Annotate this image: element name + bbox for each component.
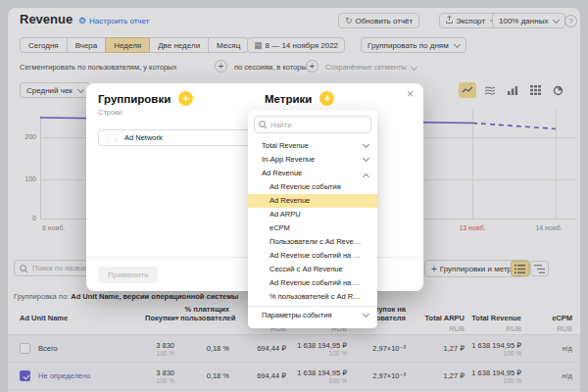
column-header-paying-share[interactable]: % платящих пользователей [180,305,235,333]
search-icon [20,265,28,273]
metrics-search-input[interactable] [270,117,368,132]
row-checkbox-checked[interactable] [20,370,30,381]
chevron-up-icon [363,173,369,180]
apply-button[interactable]: Применить [98,267,158,283]
metric-item-ecpm[interactable]: eCPM [248,221,377,235]
table-row-undefined: Не определено 3 830100 % 0,18 % 694,44 ₽… [8,362,580,389]
groupings-subtitle: Строки [98,108,122,117]
page-title: Revenue [20,12,73,26]
grouping-summary-value: Ad Unit Name, версии операционной систем… [71,292,238,301]
refresh-icon: ↻ [345,17,353,25]
list-divider [248,306,377,307]
group-by-days-button[interactable]: Группировать по дням [361,37,466,53]
chevron-down-icon [363,311,369,318]
chart-metric-selector[interactable]: Средний чек [20,82,90,98]
grouping-item-ad-network[interactable]: ⋮⋮ Ad Network [98,129,257,146]
metrics-title: Метрики [265,93,312,105]
screenshot-frame: Revenue ⚙ Настроить отчет ↻ Обновить отч… [0,0,588,392]
x-axis-tick-nov13-current: 13 нояб. [451,224,494,231]
metric-item-total-revenue[interactable]: Total Revenue [248,139,377,153]
metric-item-ad-revenue-events[interactable]: Ad Revenue события [248,180,377,194]
metrics-dropdown: Total Revenue In-App Revenue Ad Revenue … [248,110,377,328]
tab-today[interactable]: Сегодня [20,37,68,53]
column-header-ad-unit-name[interactable]: Ad Unit Name [8,314,145,333]
refresh-report-button[interactable]: ↻ Обновить отчёт [338,13,419,28]
period-tabs: Сегодня Вчера Неделя Две недели Месяц [20,37,249,53]
row-name: Всего [38,344,58,353]
add-metric-button[interactable]: + [319,91,334,106]
chevron-down-icon [363,141,369,148]
calendar-icon: ▦ [254,41,263,50]
row-checkbox[interactable] [20,343,30,354]
search-icon [259,121,268,129]
table-view-chart-icon[interactable] [526,82,544,98]
groupings-title: Группировки [98,93,171,105]
data-sampling-button[interactable]: 100% данных [492,13,565,28]
date-range-button[interactable]: ▦ 8 — 14 ноября 2022 [247,37,345,53]
grouping-summary: Группировка по: Ad Unit Name, версии опе… [14,292,238,301]
metric-item-ad-revenue-events-per-session[interactable]: Ad Revenue событий на сессию [248,276,377,290]
line-chart-icon[interactable] [459,82,476,98]
chevron-down-icon [411,64,417,71]
tab-yesterday[interactable]: Вчера [67,37,107,53]
stacked-area-chart-icon[interactable] [481,82,499,98]
column-header-total-revenue[interactable]: Total RevenueRUB [470,314,527,333]
close-icon[interactable]: × [407,88,414,100]
sort-desc-icon: ▾ [175,314,179,322]
table-row-total: Всего 3 830100 % 0,18 % 694,44 ₽ 1 638 1… [8,334,580,362]
metric-item-sessions-with-ad-revenue[interactable]: Сессий с Ad Revenue [248,263,377,276]
metric-item-inapp-revenue[interactable]: In-App Revenue [248,153,377,167]
y-axis-tick-200: 200 [15,133,36,140]
metric-line-forecast-dashed [472,123,556,129]
column-header-purchases[interactable]: Покупки▾ [145,314,180,333]
y-axis-tick-0: 0 [15,215,36,221]
export-icon [446,16,453,25]
metrics-search-field[interactable] [254,116,371,133]
column-header-total-arpu[interactable]: Total ARPURUB [412,314,470,333]
metric-item-ad-revenue-group[interactable]: Ad Revenue [248,167,377,180]
bar-chart-icon[interactable] [504,82,521,98]
x-axis-tick-nov8: 8 нояб. [42,224,65,231]
segment-users-label: Сегментировать по пользователям, у котор… [20,63,176,72]
help-icon[interactable]: ? [564,15,577,27]
add-grouping-button[interactable]: + [178,91,193,106]
plus-icon: + [431,262,437,276]
pie-chart-icon[interactable] [549,82,566,98]
metric-item-users-with-ad-revenue[interactable]: Пользователи с Ad Revenue [248,235,377,249]
metric-item-ad-arpu[interactable]: Ad ARPU [248,208,377,221]
segment-sessions-label: по сессиям, в которых [234,63,311,72]
chevron-down-icon [454,40,461,47]
add-session-segment-button[interactable]: + [306,60,318,73]
metric-item-event-params[interactable]: Параметры события [248,309,377,322]
metric-item-pct-users-with-ad-revenue[interactable]: % пользователей с Ad Revenue [248,290,377,304]
saved-segments-dropdown[interactable]: Сохранённые сегменты [325,63,416,72]
metric-item-ad-revenue-selected[interactable]: Ad Revenue [248,194,377,208]
metric-item-ad-revenue-events-per-user[interactable]: Ad Revenue событий на пользовате… [248,249,377,263]
chevron-down-icon [363,155,369,162]
configure-report-link[interactable]: ⚙ Настроить отчет [78,17,149,25]
drag-handle-icon[interactable]: ⋮⋮ [105,133,119,142]
chevron-down-icon [77,85,84,92]
tab-two-weeks[interactable]: Две недели [149,37,209,53]
add-user-segment-button[interactable]: + [215,60,227,73]
row-name-link[interactable]: Не определено [38,371,90,380]
chevron-down-icon [553,16,560,23]
column-header-ecpm[interactable]: eCPMRUB [527,314,580,333]
configure-report-label: Настроить отчет [89,17,149,25]
flat-list-view-toggle[interactable] [511,261,529,276]
tab-week[interactable]: Неделя [105,37,150,53]
y-axis-tick-100: 100 [15,175,36,182]
tree-view-toggle[interactable] [530,261,549,276]
x-axis-tick-nov14: 14 нояб. [527,224,570,231]
gear-icon: ⚙ [78,17,86,25]
tab-month[interactable]: Месяц [208,37,249,53]
